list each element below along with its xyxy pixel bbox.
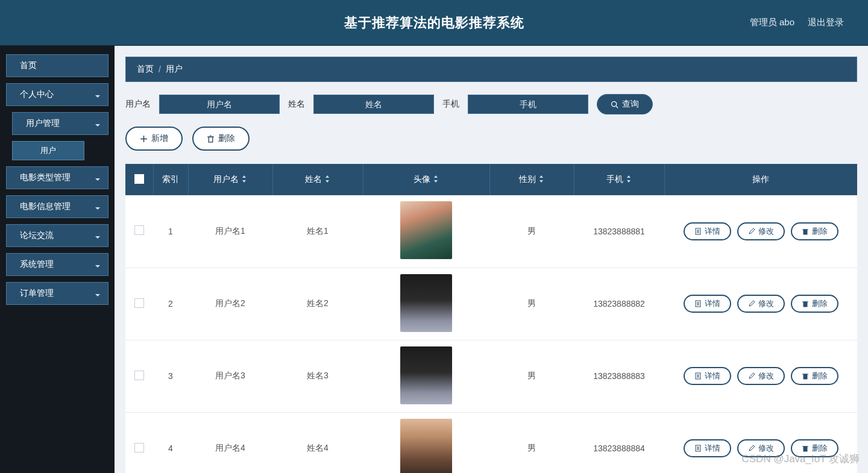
- svg-line-1: [616, 105, 618, 107]
- col-name[interactable]: 姓名: [272, 164, 363, 195]
- table-row: 2用户名2姓名2男13823888882详情修改删除: [125, 268, 857, 340]
- chevron-down-icon: [95, 233, 101, 239]
- sort-icon: [241, 175, 247, 184]
- sidebar-item-forum[interactable]: 论坛交流: [6, 224, 108, 247]
- header-right: 管理员 abo 退出登录: [750, 17, 844, 28]
- action-bar: 新增 删除: [125, 127, 857, 151]
- chevron-down-icon: [95, 121, 101, 127]
- row-delete-button[interactable]: 删除: [791, 439, 838, 457]
- avatar-image: [400, 419, 452, 474]
- cell-avatar: [363, 268, 489, 340]
- row-delete-button[interactable]: 删除: [791, 367, 838, 385]
- detail-button[interactable]: 详情: [684, 439, 731, 457]
- cell-index: 1: [153, 195, 188, 268]
- sidebar-subitem-user[interactable]: 用户: [12, 141, 84, 160]
- main-panel: 首页 / 用户 用户名 姓名 手机 查询 新增 删除: [115, 46, 868, 473]
- edit-button[interactable]: 修改: [737, 439, 785, 457]
- edit-button[interactable]: 修改: [737, 295, 785, 313]
- sidebar-item-orders[interactable]: 订单管理: [6, 282, 108, 305]
- cell-gender: 男: [489, 340, 574, 412]
- select-all-checkbox[interactable]: [134, 174, 144, 184]
- detail-button[interactable]: 详情: [684, 222, 731, 240]
- cell-name: 姓名4: [272, 412, 363, 473]
- sidebar-item-home[interactable]: 首页: [6, 54, 108, 77]
- cell-gender: 男: [489, 268, 574, 340]
- chevron-down-icon: [95, 290, 101, 296]
- cell-username: 用户名2: [188, 268, 272, 340]
- trash-icon: [207, 135, 215, 143]
- sort-icon: [433, 175, 439, 184]
- cell-ops: 详情修改删除: [664, 434, 857, 462]
- cell-phone: 13823888884: [574, 412, 664, 473]
- chevron-down-icon: [95, 92, 101, 98]
- sidebar-item-user-mgmt[interactable]: 用户管理: [12, 112, 108, 135]
- sidebar-item-movie-info[interactable]: 电影信息管理: [6, 195, 108, 218]
- filter-name-input[interactable]: [313, 95, 434, 114]
- avatar-image: [400, 346, 452, 404]
- cell-gender: 男: [489, 195, 574, 268]
- svg-rect-4: [209, 137, 213, 142]
- sidebar-item-label: 论坛交流: [20, 230, 54, 241]
- edit-button[interactable]: 修改: [737, 367, 785, 385]
- sort-icon: [626, 175, 632, 184]
- breadcrumb-current: 用户: [166, 64, 183, 75]
- table-row: 3用户名3姓名3男13823888883详情修改删除: [125, 340, 857, 412]
- col-index: 索引: [153, 164, 188, 195]
- row-delete-button[interactable]: 删除: [791, 295, 838, 313]
- row-delete-button[interactable]: 删除: [791, 222, 838, 240]
- plus-icon: [140, 135, 148, 143]
- chevron-down-icon: [95, 175, 101, 181]
- sidebar-item-label: 电影类型管理: [20, 172, 71, 183]
- sidebar-item-system[interactable]: 系统管理: [6, 253, 108, 276]
- cell-ops: 详情修改删除: [664, 362, 857, 390]
- col-ops: 操作: [664, 164, 857, 195]
- admin-label[interactable]: 管理员 abo: [750, 17, 794, 28]
- detail-button[interactable]: 详情: [684, 367, 731, 385]
- sidebar-item-label: 电影信息管理: [20, 201, 71, 212]
- edit-button[interactable]: 修改: [737, 222, 785, 240]
- svg-rect-11: [804, 230, 807, 234]
- app-title: 基于推荐算法的电影推荐系统: [344, 14, 524, 32]
- filter-name-label: 姓名: [288, 99, 305, 110]
- col-phone[interactable]: 手机: [574, 164, 664, 195]
- filter-phone-input[interactable]: [468, 95, 588, 114]
- row-checkbox[interactable]: [134, 371, 144, 380]
- row-checkbox[interactable]: [134, 225, 144, 235]
- breadcrumb-root[interactable]: 首页: [137, 64, 154, 75]
- sidebar-item-movie-type[interactable]: 电影类型管理: [6, 166, 108, 189]
- add-button[interactable]: 新增: [125, 127, 183, 151]
- svg-rect-23: [804, 374, 807, 379]
- col-username[interactable]: 用户名: [188, 164, 272, 195]
- sidebar-item-label: 用户管理: [26, 118, 60, 129]
- sidebar-item-personal[interactable]: 个人中心: [6, 83, 108, 106]
- cell-name: 姓名2: [272, 268, 363, 340]
- col-avatar[interactable]: 头像: [363, 164, 489, 195]
- cell-ops: 详情修改删除: [664, 290, 857, 318]
- logout-link[interactable]: 退出登录: [808, 17, 844, 28]
- cell-index: 3: [153, 340, 188, 412]
- detail-button[interactable]: 详情: [684, 295, 731, 313]
- avatar-image: [400, 201, 452, 259]
- cell-gender: 男: [489, 412, 574, 473]
- query-button[interactable]: 查询: [597, 94, 653, 114]
- sidebar-item-label: 首页: [20, 60, 37, 71]
- cell-name: 姓名3: [272, 340, 363, 412]
- filter-username-label: 用户名: [125, 99, 151, 110]
- table-row: 4用户名4姓名4男13823888884详情修改删除: [125, 412, 857, 473]
- svg-rect-29: [804, 446, 807, 451]
- row-checkbox[interactable]: [134, 298, 144, 308]
- breadcrumb: 首页 / 用户: [125, 57, 857, 82]
- cell-username: 用户名4: [188, 412, 272, 473]
- user-table: 索引 用户名 姓名 头像 性别 手机 操作 1用户名1姓名1男138238888…: [125, 164, 857, 473]
- cell-phone: 13823888882: [574, 268, 664, 340]
- row-checkbox[interactable]: [134, 443, 144, 453]
- col-gender[interactable]: 性别: [489, 164, 574, 195]
- svg-point-0: [612, 101, 617, 106]
- filter-username-input[interactable]: [159, 95, 280, 114]
- cell-avatar: [363, 195, 489, 268]
- delete-button[interactable]: 删除: [192, 127, 250, 151]
- sidebar-item-label: 订单管理: [20, 288, 54, 299]
- avatar-image: [400, 274, 452, 332]
- table-header-row: 索引 用户名 姓名 头像 性别 手机 操作: [125, 164, 857, 195]
- sort-icon: [538, 175, 544, 184]
